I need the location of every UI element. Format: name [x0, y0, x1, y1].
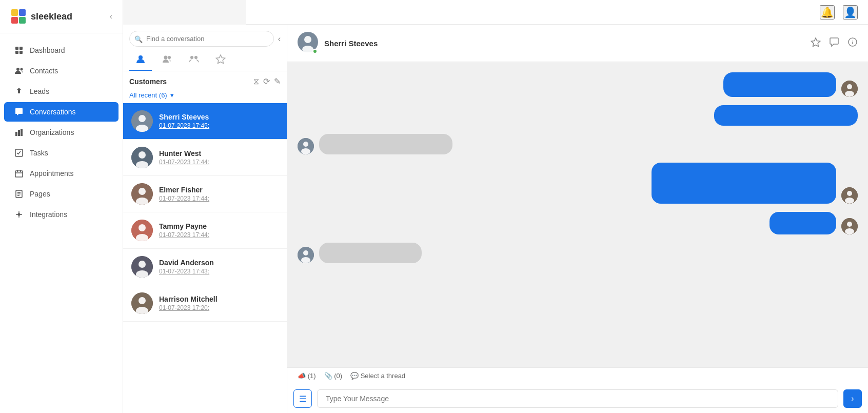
conversation-info: Elmer Fisher 01-07-2023 17:44: [159, 186, 279, 202]
tasks-label: Tasks [30, 149, 48, 157]
refresh-button[interactable]: ⟳ [263, 76, 270, 86]
list-item[interactable]: Hunter West 01-07-2023 17:44: [123, 140, 287, 176]
conversations-icon [14, 107, 24, 116]
sidebar-item-dashboard[interactable]: Dashboard [4, 41, 119, 60]
message-bubble [652, 163, 836, 204]
conversation-info: David Anderson 01-07-2023 17:43: [159, 259, 279, 275]
sender-avatar [841, 218, 858, 234]
organizations-icon [14, 128, 24, 137]
svg-point-18 [164, 56, 168, 60]
list-item[interactable]: Tammy Payne 01-07-2023 17:44: [123, 212, 287, 249]
chat-header: Sherri Steeves [287, 25, 868, 62]
tab-customer[interactable] [129, 51, 152, 71]
svg-rect-5 [19, 47, 23, 50]
sidebar-item-integrations[interactable]: Integrations [4, 205, 119, 224]
user-profile-button[interactable]: 👤 [843, 5, 858, 19]
tab-group[interactable] [156, 51, 179, 71]
svg-point-53 [847, 191, 852, 196]
leads-label: Leads [30, 87, 49, 95]
conversation-tabs [123, 47, 287, 71]
svg-point-54 [845, 198, 854, 204]
svg-rect-3 [19, 17, 26, 24]
logo-area: sleeklead ‹ [0, 0, 123, 33]
customers-header: Customers ⧖ ⟳ ✎ [123, 71, 287, 89]
svg-marker-44 [812, 38, 820, 47]
chat-footer: 📣 (1) 📎 (0) 💬 Select a thread ☰ › [287, 367, 868, 413]
sender-avatar [298, 247, 314, 263]
svg-point-39 [139, 297, 146, 304]
svg-point-24 [139, 115, 146, 122]
thread-selector[interactable]: 💬 Select a thread [350, 372, 405, 380]
conversation-info: Hunter West 01-07-2023 17:44: [159, 149, 279, 166]
sidebar-item-conversations[interactable]: Conversations [4, 102, 119, 122]
tab-starred[interactable] [209, 51, 232, 71]
compose-button[interactable]: ✎ [274, 76, 281, 86]
attachment-button[interactable]: 📎 (0) [324, 372, 343, 380]
integrations-icon [14, 210, 24, 219]
notifications-button[interactable]: 🔔 [820, 5, 835, 19]
contact-name: David Anderson [159, 259, 279, 267]
message-button[interactable] [829, 37, 839, 50]
conversations-panel: 🔍 ‹ [123, 25, 287, 413]
sidebar-item-contacts[interactable]: Contacts [4, 61, 119, 81]
conversation-search-input[interactable] [129, 31, 274, 47]
panel-collapse-button[interactable]: ‹ [278, 34, 281, 44]
conversation-time: 01-07-2023 17:44: [159, 231, 279, 239]
announcement-button[interactable]: 📣 (1) [298, 372, 316, 380]
svg-point-50 [303, 142, 308, 147]
sender-avatar [298, 138, 314, 154]
integrations-label: Integrations [30, 210, 67, 219]
conversations-label: Conversations [30, 108, 76, 116]
all-recent-filter[interactable]: All recent (6) ▾ [123, 89, 287, 103]
chevron-down-icon: ▾ [170, 91, 174, 99]
list-item[interactable]: Harrison Mitchell 01-07-2023 17:20: [123, 285, 287, 322]
leads-icon [14, 87, 24, 96]
message-input[interactable] [317, 389, 838, 408]
svg-rect-4 [15, 47, 18, 50]
avatar [131, 147, 153, 168]
svg-point-21 [194, 56, 198, 59]
contact-name: Sherri Steeves [159, 113, 279, 121]
info-button[interactable] [847, 37, 858, 50]
sidebar-item-tasks[interactable]: Tasks [4, 143, 119, 163]
star-conversation-button[interactable] [811, 37, 821, 50]
send-message-button[interactable]: › [843, 389, 862, 408]
dashboard-icon [14, 46, 24, 55]
chat-header-actions [811, 37, 858, 50]
sidebar-collapse-button[interactable]: ‹ [110, 12, 112, 21]
chat-area: Sherri Steeves [287, 25, 868, 413]
message-row [298, 243, 858, 263]
sidebar-item-appointments[interactable]: Appointments [4, 164, 119, 183]
customers-actions: ⧖ ⟳ ✎ [253, 76, 281, 86]
svg-point-60 [301, 257, 310, 263]
filter-button[interactable]: ⧖ [253, 77, 259, 86]
chat-menu-button[interactable]: ☰ [293, 389, 312, 408]
sender-avatar [841, 81, 858, 97]
conversation-info: Harrison Mitchell 01-07-2023 17:20: [159, 295, 279, 311]
chat-footer-actions: 📣 (1) 📎 (0) 💬 Select a thread [287, 368, 868, 384]
list-item[interactable]: Elmer Fisher 01-07-2023 17:44: [123, 176, 287, 212]
svg-marker-22 [216, 55, 225, 64]
sidebar-item-pages[interactable]: Pages [4, 184, 119, 204]
svg-point-48 [845, 91, 854, 97]
message-bubble [319, 134, 452, 154]
sender-avatar [841, 187, 858, 204]
sidebar-nav: Dashboard Contacts Leads Conversations [0, 33, 123, 413]
top-bar: 🔔 👤 [246, 0, 868, 25]
conversation-info: Sherri Steeves 01-07-2023 17:45: [159, 113, 279, 129]
message-row [298, 163, 858, 204]
sidebar-item-leads[interactable]: Leads [4, 82, 119, 101]
svg-point-19 [168, 56, 171, 59]
svg-rect-6 [15, 51, 18, 54]
svg-rect-7 [19, 51, 23, 54]
list-item[interactable]: David Anderson 01-07-2023 17:43: [123, 249, 287, 285]
svg-rect-11 [18, 130, 20, 136]
pages-label: Pages [30, 190, 50, 198]
list-item[interactable]: Sherri Steeves 01-07-2023 17:45: [123, 103, 287, 140]
search-icon: 🔍 [134, 35, 143, 43]
dashboard-label: Dashboard [30, 46, 65, 54]
svg-point-56 [847, 222, 852, 227]
svg-point-36 [139, 261, 146, 268]
sidebar-item-organizations[interactable]: Organizations [4, 123, 119, 142]
tab-team[interactable] [183, 51, 205, 71]
